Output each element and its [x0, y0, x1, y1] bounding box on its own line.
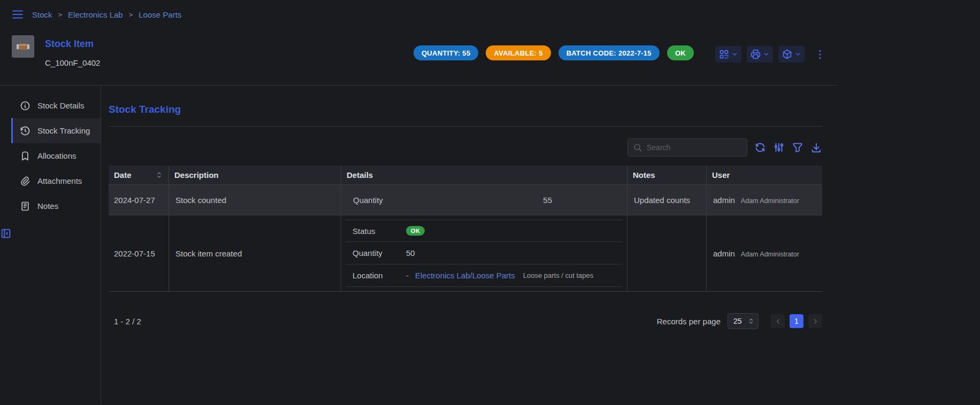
selector-icon [747, 317, 755, 325]
section-heading: Stock Tracking [109, 104, 822, 115]
cell-details: Quantity 55 [341, 185, 627, 215]
column-settings-icon[interactable] [773, 142, 785, 153]
printer-icon [750, 49, 761, 60]
print-actions-button[interactable] [747, 46, 773, 63]
notes-icon [20, 201, 30, 212]
page-header: Stock Item C_100nF_0402 QUANTITY: 55 AVA… [0, 29, 838, 85]
breadcrumb-loose-parts[interactable]: Loose Parts [139, 10, 181, 19]
breadcrumb: Stock > Electronics Lab > Loose Parts [32, 10, 181, 19]
bookmark-icon [20, 151, 30, 161]
breadcrumb-separator: > [58, 11, 63, 19]
breadcrumb-stock[interactable]: Stock [32, 10, 52, 19]
download-icon[interactable] [810, 142, 822, 153]
topbar: Stock > Electronics Lab > Loose Parts [0, 0, 980, 29]
sidebar-item-stock-details[interactable]: Stock Details [11, 93, 101, 118]
chevron-down-icon [731, 51, 738, 58]
column-header-notes: Notes [627, 166, 706, 184]
paperclip-icon [20, 176, 30, 186]
breadcrumb-electronics-lab[interactable]: Electronics Lab [68, 10, 123, 19]
sort-icon [155, 171, 163, 179]
records-per-page-label: Records per page [657, 317, 721, 326]
sidebar-item-allocations[interactable]: Allocations [11, 143, 101, 168]
table-footer: 1 - 2 / 2 Records per page 25 1 [109, 313, 822, 329]
header-actions [715, 46, 826, 63]
batch-code-badge: BATCH CODE: 2022-7-15 [558, 45, 660, 60]
page-number-button[interactable]: 1 [790, 314, 803, 328]
detail-key: Status [353, 227, 406, 236]
info-circle-icon [20, 100, 30, 111]
qrcode-icon [718, 49, 730, 60]
next-page-icon[interactable] [808, 314, 822, 328]
chevron-down-icon [794, 51, 801, 58]
history-icon [20, 126, 30, 136]
user-fullname: Adam Administrator [741, 197, 799, 205]
record-range: 1 - 2 / 2 [109, 317, 141, 326]
location-link[interactable]: Electronics Lab/Loose Parts [415, 271, 515, 280]
detail-dash: - [406, 271, 409, 280]
search-icon [633, 143, 642, 152]
sidebar-item-attachments[interactable]: Attachments [11, 168, 101, 193]
sidebar-item-label: Attachments [37, 176, 82, 185]
more-actions-icon[interactable] [814, 49, 826, 60]
pagination: 1 [771, 314, 822, 328]
username: admin [713, 249, 735, 258]
page-title: Stock Item [45, 38, 100, 50]
cell-user: admin Adam Administrator [706, 215, 822, 291]
previous-page-icon[interactable] [771, 314, 785, 328]
sidebar-item-label: Allocations [37, 151, 76, 160]
username: admin [713, 196, 735, 205]
search-box [627, 138, 747, 157]
column-header-user[interactable]: User [706, 166, 822, 184]
column-header-details: Details [341, 166, 627, 184]
sidebar-item-label: Stock Details [37, 101, 85, 110]
user-fullname: Adam Administrator [741, 251, 799, 258]
divider [109, 126, 822, 127]
filter-icon[interactable] [792, 142, 803, 153]
stock-operations-icon [782, 49, 793, 60]
detail-row-quantity: Quantity 50 [346, 242, 623, 264]
location-description: Loose parts / cut tapes [523, 271, 594, 279]
sidebar-item-stock-tracking[interactable]: Stock Tracking [11, 118, 101, 143]
cell-details: Status OK Quantity 50 Location - Electro… [341, 215, 627, 291]
table-header-row: Date Description Details Notes User [109, 166, 822, 184]
cell-user: admin Adam Administrator [706, 185, 822, 215]
sidebar: Stock Details Stock Tracking Allocations… [0, 85, 101, 404]
column-header-date[interactable]: Date [109, 166, 169, 184]
table-toolbar [109, 138, 822, 157]
detail-row-status: Status OK [346, 220, 623, 242]
table-row[interactable]: 2022-07-15 Stock item created Status OK … [109, 215, 822, 291]
status-ok-badge: OK [406, 226, 425, 236]
stock-tracking-table: Date Description Details Notes User 2024… [109, 166, 822, 292]
cell-date: 2024-07-27 [109, 185, 169, 215]
detail-value: 50 [406, 248, 415, 258]
part-name: C_100nF_0402 [45, 58, 100, 67]
cell-notes [627, 215, 706, 291]
sidebar-item-notes[interactable]: Notes [11, 193, 101, 219]
status-ok-badge: OK [667, 45, 694, 60]
refresh-icon[interactable] [754, 142, 766, 153]
cell-date: 2022-07-15 [109, 215, 169, 291]
page-size-value: 25 [733, 317, 742, 325]
chevron-down-icon [763, 51, 770, 58]
page-size-select[interactable]: 25 [728, 313, 759, 329]
breadcrumb-separator: > [129, 11, 133, 19]
quantity-badge: QUANTITY: 55 [414, 45, 478, 60]
main-panel: Stock Tracking [101, 85, 980, 404]
sidebar-item-label: Stock Tracking [37, 126, 90, 135]
detail-value: 55 [543, 196, 552, 205]
stock-operations-button[interactable] [778, 46, 805, 63]
table-row[interactable]: 2024-07-27 Stock counted Quantity 55 Upd… [109, 184, 822, 215]
sidebar-collapse-icon[interactable] [0, 228, 101, 239]
detail-key: Location [353, 271, 406, 280]
cell-description: Stock counted [169, 185, 341, 215]
cell-description: Stock item created [169, 215, 341, 291]
title-block: Stock Item C_100nF_0402 [45, 35, 100, 67]
available-badge: AVAILABLE: 5 [486, 45, 550, 60]
part-thumbnail[interactable] [12, 35, 34, 58]
sidebar-item-label: Notes [37, 201, 58, 211]
column-header-description[interactable]: Description [169, 166, 341, 184]
cell-notes: Updated counts [627, 185, 706, 215]
barcode-actions-button[interactable] [715, 46, 741, 63]
search-input[interactable] [647, 143, 741, 152]
hamburger-menu-icon[interactable] [11, 7, 25, 21]
